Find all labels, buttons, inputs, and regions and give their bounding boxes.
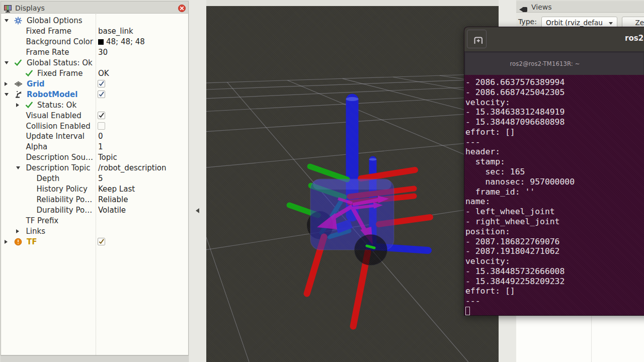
property-label: Depth	[37, 174, 60, 183]
tree-row[interactable]: Depth5	[1, 173, 188, 184]
tree-row[interactable]: Fixed FrameOK	[1, 68, 188, 79]
property-label: TF	[27, 237, 37, 246]
displays-panel-bottom-toolbar	[1, 355, 189, 362]
tree-row[interactable]: Description Topic/robot_description	[1, 163, 188, 173]
checkbox-checked[interactable]	[98, 238, 105, 245]
new-tab-button[interactable]	[467, 30, 487, 48]
tree-row[interactable]: Grid	[1, 79, 188, 89]
tree-row[interactable]: Links	[1, 226, 188, 237]
property-value[interactable]: /robot_description	[98, 163, 167, 172]
terminal-active-tab[interactable]: ros2@ros2-TM1613R: ~	[465, 53, 643, 75]
expander-right-icon[interactable]	[16, 103, 19, 107]
terminal-output-line: sec: 165	[465, 167, 644, 177]
property-value[interactable]: Reliable	[98, 195, 128, 204]
color-swatch	[98, 39, 104, 45]
property-value[interactable]: OK	[98, 69, 109, 78]
view-type-value: Orbit (rviz_defau	[546, 19, 606, 27]
terminal-headerbar[interactable]: ros2@ros2-TM1613R: ~	[464, 27, 644, 51]
terminal-output-line: ---	[465, 137, 644, 147]
property-value[interactable]: 48; 48; 48	[106, 37, 145, 46]
tree-row[interactable]: Frame Rate30	[1, 47, 188, 58]
property-label: Grid	[27, 79, 45, 88]
property-label: History Policy	[37, 185, 88, 194]
property-value[interactable]: Volatile	[98, 206, 126, 215]
terminal-output-line: velocity:	[465, 256, 644, 266]
displays-panel: Displays Global Options Fixed Framebase_…	[1, 1, 189, 355]
tree-row[interactable]: Durability Po…Volatile	[1, 205, 188, 216]
view-type-row: Type: Orbit (rviz_defau Zero	[516, 14, 644, 28]
expander-right-icon[interactable]	[5, 240, 8, 244]
terminal-output-line: - 2087.186822769076	[465, 237, 644, 247]
gear-icon	[14, 17, 22, 25]
checkbox-checked[interactable]	[98, 112, 105, 119]
terminal-output-line: effort: []	[465, 286, 644, 296]
terminal-window[interactable]: ros2@ros2-TM1613R: ~ ros2@ros2-TM1613R: …	[464, 27, 644, 316]
property-value[interactable]: 1	[98, 142, 103, 151]
tree-row[interactable]: Update Interval0	[1, 131, 188, 142]
property-value[interactable]: 0	[98, 132, 103, 141]
checkbox-checked[interactable]	[98, 90, 105, 98]
tree-row[interactable]: TF	[1, 237, 188, 247]
views-panel-titlebar[interactable]: Views	[516, 1, 644, 13]
terminal-output-line: effort: []	[465, 127, 644, 137]
terminal-output-line: - 2087.191804271062	[465, 246, 644, 256]
terminal-output-line: - 15.384487096680898	[465, 117, 644, 127]
checkbox-checked[interactable]	[98, 80, 105, 87]
tree-row[interactable]: Fixed Framebase_link	[1, 26, 188, 37]
property-label: RobotModel	[27, 90, 77, 99]
tree-row[interactable]: Alpha1	[1, 142, 188, 152]
terminal-output-line: - 15.384492258209232	[465, 277, 644, 287]
status-ok-check-icon	[25, 101, 33, 109]
terminal-output-line: - right_wheel_joint	[465, 217, 644, 227]
tree-row[interactable]: History PolicyKeep Last	[1, 184, 188, 195]
displays-tree: Global Options Fixed Framebase_link Back…	[1, 2, 188, 355]
property-value[interactable]: Topic	[98, 153, 117, 162]
checkbox-unchecked[interactable]	[98, 122, 105, 130]
tree-row[interactable]: Global Options	[1, 16, 188, 26]
expander-down-icon[interactable]	[5, 93, 9, 96]
panel-splitter-left[interactable]	[189, 0, 206, 362]
tree-row[interactable]: TF Prefix	[1, 216, 188, 226]
terminal-cursor	[465, 307, 470, 316]
property-label: Update Interval	[26, 132, 85, 141]
status-ok-check-icon	[14, 59, 22, 67]
collapse-left-arrow-icon[interactable]	[196, 208, 199, 213]
property-label: Global Options	[27, 16, 83, 25]
tree-row[interactable]: Reliability Po…Reliable	[1, 195, 188, 205]
tree-row[interactable]: Status: Ok	[1, 100, 188, 111]
property-label: Visual Enabled	[26, 111, 82, 120]
tree-row[interactable]: Collision Enabled	[1, 121, 188, 132]
expander-right-icon[interactable]	[16, 229, 19, 233]
expander-down-icon[interactable]	[5, 19, 9, 22]
property-label: Links	[26, 227, 46, 236]
expander-down-icon[interactable]	[16, 166, 20, 169]
tf-warning-icon	[14, 238, 22, 246]
property-value[interactable]: 30	[98, 48, 108, 57]
terminal-output-line: ---	[465, 296, 644, 306]
tree-row[interactable]: Background Color48; 48; 48	[1, 37, 188, 47]
property-value[interactable]: Keep Last	[98, 185, 135, 194]
terminal-output-line: - 15.384485732666008	[465, 266, 644, 277]
tree-row[interactable]: Global Status: Ok	[1, 58, 188, 68]
property-label: TF Prefix	[26, 216, 59, 225]
terminal-output-line: velocity:	[465, 98, 644, 108]
tree-row[interactable]: RobotModel	[1, 89, 188, 100]
terminal-tab-title: ros2@ros2-TM1613R: ~	[465, 60, 624, 67]
property-value[interactable]: 5	[98, 174, 103, 183]
expander-right-icon[interactable]	[5, 82, 8, 86]
grid-display-icon	[14, 80, 23, 88]
property-label: Durability Po…	[37, 206, 93, 215]
tree-row[interactable]: Description Sou…Topic	[1, 152, 188, 163]
new-tab-icon	[474, 37, 483, 44]
render-viewport-3d[interactable]	[206, 6, 499, 362]
robot-model-icon	[14, 90, 22, 99]
terminal-output-line: - 15.384638312484919	[465, 107, 644, 117]
property-label: Collision Enabled	[26, 122, 91, 131]
terminal-tabbar[interactable]: ros2@ros2-TM1613R: ~	[464, 51, 644, 75]
property-value[interactable]: base_link	[98, 27, 133, 36]
terminal-output-line: - 2086.6687425042305	[465, 87, 644, 98]
terminal-output-line: nanosec: 957000000	[465, 177, 644, 187]
terminal-output[interactable]: - 2086.6637576389994 - 2086.668742504230…	[464, 75, 644, 315]
expander-down-icon[interactable]	[5, 61, 9, 64]
tree-row[interactable]: Visual Enabled	[1, 111, 188, 121]
